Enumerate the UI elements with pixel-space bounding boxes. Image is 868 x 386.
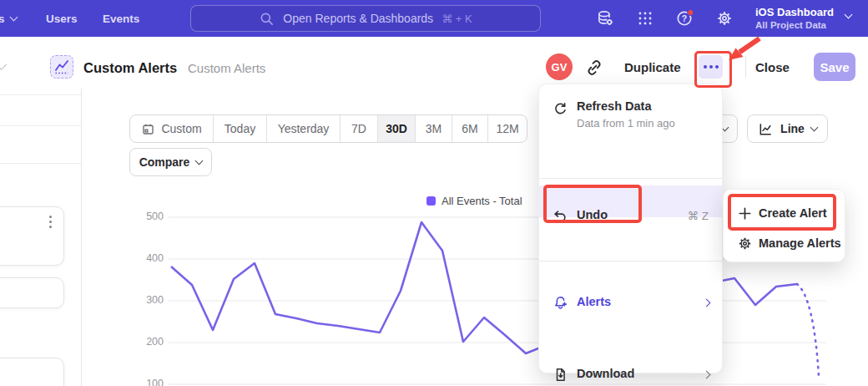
range-today[interactable]: Today [214, 115, 267, 142]
range-30d-selected[interactable]: 30D [378, 115, 416, 142]
gear-icon [737, 236, 753, 251]
submenu-item-create-alert[interactable]: Create Alert [724, 198, 845, 228]
chevron-down-icon [810, 124, 818, 132]
chart-line-projected [797, 284, 819, 376]
chart-legend: All Events - Total [426, 195, 522, 207]
legend-swatch [426, 196, 436, 206]
range-yesterday[interactable]: Yesterday [267, 115, 341, 142]
chevron-down-icon [195, 157, 204, 165]
legend-label: All Events - Total [442, 195, 522, 207]
date-range-control: Custom Today Yesterday 7D 30D 3M 6M 12M [129, 114, 527, 143]
menu-item-download[interactable]: Download [539, 221, 722, 253]
app-window: 100200300400500 All Events - Total Custo… [0, 0, 868, 386]
divider [539, 261, 722, 262]
more-options-menu: Refresh Data Data from 1 min ago Undo ⌘ … [538, 84, 723, 373]
calendar-icon [141, 122, 155, 136]
download-icon [553, 367, 568, 383]
menu-item-rename[interactable]: Rename [539, 303, 722, 332]
chart-type-button[interactable]: Line [747, 114, 828, 143]
menu-item-delete[interactable]: Delete [539, 337, 722, 365]
menu-item-undo[interactable]: Undo ⌘ Z [539, 143, 722, 171]
divider [539, 178, 722, 179]
menu-item-refresh-data[interactable]: Refresh Data Data from 1 min ago [539, 94, 722, 135]
line-chart-icon [758, 121, 774, 137]
range-7d[interactable]: 7D [341, 115, 378, 142]
menu-item-alerts[interactable]: Alerts [539, 185, 722, 217]
refresh-icon [553, 101, 568, 117]
alerts-submenu: Create Alert Manage Alerts [723, 189, 845, 262]
compare-button[interactable]: Compare [129, 148, 212, 176]
range-3m[interactable]: 3M [416, 115, 452, 142]
range-12m[interactable]: 12M [488, 115, 527, 142]
submenu-item-manage-alerts[interactable]: Manage Alerts [724, 228, 845, 258]
range-custom[interactable]: Custom [130, 115, 214, 142]
range-6m[interactable]: 6M [452, 115, 488, 142]
menu-item-new-report[interactable]: New Report [539, 270, 722, 298]
plus-icon [737, 206, 753, 221]
